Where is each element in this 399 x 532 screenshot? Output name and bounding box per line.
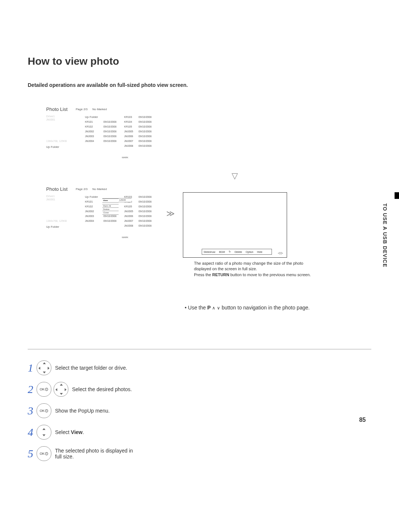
drive-label: Drive1 bbox=[46, 194, 55, 198]
photo-list-panel-bottom: Photo List Page 2/3 No Marked Drive1 JMJ… bbox=[46, 186, 164, 242]
right-arrow-icon: ≫ bbox=[166, 209, 175, 218]
list-item: KR105 bbox=[124, 204, 133, 209]
ok-button-icon: OK⊙ bbox=[37, 446, 51, 461]
date-item: 09/10/2008 bbox=[139, 115, 151, 119]
chevron-down-icon: ∨ bbox=[217, 305, 220, 311]
date-item: 09/10/2008 bbox=[139, 143, 151, 148]
list-item: JMJ008 bbox=[124, 143, 133, 148]
date-item: 09/10/2008 bbox=[139, 124, 151, 129]
list-item: JMJ006 bbox=[124, 134, 133, 139]
nav-button-icon bbox=[37, 360, 51, 375]
list-item: JMJ005 bbox=[124, 129, 133, 134]
step-number: 1 bbox=[28, 362, 37, 374]
up-folder-col: Up Folder bbox=[85, 194, 98, 199]
side-tab-icon bbox=[395, 192, 399, 199]
mark-label: MARK bbox=[122, 156, 128, 159]
date-item: 09/10/2008 bbox=[103, 124, 116, 129]
list-item: KR102 bbox=[85, 124, 98, 129]
resolution-label: 1366x768, 125KB bbox=[46, 220, 79, 222]
date-item: 09/10/2008 bbox=[139, 204, 151, 209]
list-item: JMJ003 bbox=[85, 214, 98, 218]
chevron-up-icon: ∧ bbox=[212, 305, 215, 311]
list-item: JMJ004 bbox=[85, 139, 98, 143]
step-2: 2 OK⊙ Select the desired photos. bbox=[28, 382, 371, 397]
date-item: 09/10/2008 bbox=[139, 139, 151, 143]
panel-marked: No Marked bbox=[92, 108, 107, 111]
fullview-nav-arrows: ◁ ▷ bbox=[278, 251, 283, 255]
panel-title: Photo List bbox=[46, 106, 68, 112]
step-number: 3 bbox=[28, 404, 37, 417]
date-item: 09/10/2008 bbox=[139, 129, 151, 134]
popup-item-view: View bbox=[102, 199, 119, 203]
step-text: Select View. bbox=[55, 429, 84, 435]
list-item: KR101 bbox=[85, 199, 98, 204]
step-4: 4 Select View. bbox=[28, 425, 371, 440]
list-item: JMJ007 bbox=[124, 139, 133, 143]
list-item: JMJ002 bbox=[85, 129, 98, 134]
jmj-label: JMJ001 bbox=[46, 198, 55, 201]
date-item: 09/10/2008 bbox=[103, 134, 116, 139]
list-item: JMJ005 bbox=[124, 209, 133, 214]
list-item: KR104 bbox=[124, 119, 133, 124]
step-text: The selected photo is displayed in full … bbox=[55, 448, 136, 460]
fullview-btn-slideshow: Slideshow bbox=[204, 251, 215, 253]
drive-label: Drive1 bbox=[46, 115, 55, 118]
date-item: 09/10/2008 bbox=[103, 129, 116, 134]
step-5: 5 OK⊙ The selected photo is displayed in… bbox=[28, 446, 371, 461]
subtitle: Detailed operations are available on ful… bbox=[28, 82, 371, 88]
date-item: 09/10/2008 bbox=[139, 119, 151, 124]
list-item: JMJ003 bbox=[85, 134, 98, 139]
fullview-btn-bgm: BGM bbox=[219, 251, 225, 253]
panel-page: Page 2/3 bbox=[76, 187, 88, 191]
panel-marked: No Marked bbox=[92, 187, 107, 191]
jmj-label: JMJ001 bbox=[46, 118, 55, 121]
fullview-btn-rotate: ↻ bbox=[229, 250, 231, 253]
down-arrow-icon: ▽ bbox=[98, 171, 371, 181]
list-item: KR101 bbox=[85, 119, 98, 124]
date-item: 09/10/2008 bbox=[139, 223, 151, 228]
date-item: 09/10/2008 bbox=[139, 134, 151, 139]
fullview-toolbar: Slideshow BGM ↻ Delete Option Hide bbox=[202, 249, 272, 255]
up-folder-left: Up Folder bbox=[46, 225, 79, 228]
note-line-1: The aspect ratio of a photo may change t… bbox=[194, 261, 316, 272]
photo-list-panel-top: Photo List Page 2/3 No Marked Drive1 JMJ… bbox=[46, 106, 164, 162]
date-item: 09/10/2008 bbox=[139, 199, 151, 204]
panel-title: Photo List bbox=[46, 186, 68, 192]
notes-block: The aspect ratio of a photo may change t… bbox=[194, 261, 316, 278]
step-text: Select the target folder or drive. bbox=[55, 365, 127, 371]
list-item: JMJ004 bbox=[85, 218, 98, 223]
page-number: 85 bbox=[359, 417, 366, 423]
navigation-tip: • Use the P ∧ ∨ button to navigation in … bbox=[185, 304, 318, 312]
list-item: JMJ008 bbox=[124, 223, 133, 228]
date-item: 09/10/2008 bbox=[103, 218, 116, 223]
list-item: KR103 bbox=[124, 115, 133, 119]
date-item: 09/10/2008 bbox=[103, 139, 116, 143]
popup-item-close: Close bbox=[102, 211, 119, 215]
step-3: 3 OK⊙ Show the PopUp menu. bbox=[28, 403, 371, 418]
list-item: JMJ007 bbox=[124, 218, 133, 223]
ok-button-icon: OK⊙ bbox=[37, 382, 51, 397]
up-folder-left: Up Folder bbox=[46, 145, 79, 149]
date-item: 09/10/2008 bbox=[139, 194, 151, 199]
divider bbox=[28, 349, 371, 349]
step-number: 4 bbox=[28, 426, 37, 438]
list-item: KR105 bbox=[124, 124, 133, 129]
date-item: 09/10/2008 bbox=[103, 119, 116, 124]
note-line-2: Press the RETURN button to move to the p… bbox=[194, 272, 316, 278]
date-item: 09/10/2008 bbox=[139, 214, 151, 218]
step-text: Select the desired photos. bbox=[72, 386, 132, 392]
mark-label: MARK bbox=[122, 236, 128, 238]
step-number: 2 bbox=[28, 383, 37, 396]
resolution-label: 1366x768, 125KB bbox=[46, 140, 79, 142]
list-item: JMJ002 bbox=[85, 209, 98, 214]
nav-button-icon bbox=[54, 382, 68, 397]
page-title: How to view photo bbox=[28, 55, 371, 67]
panel-page: Page 2/3 bbox=[76, 108, 88, 111]
fullview-btn-hide: Hide bbox=[257, 251, 262, 253]
up-folder-col: Up Folder bbox=[85, 115, 98, 119]
updown-button-icon bbox=[37, 425, 51, 440]
list-item: KR102 bbox=[85, 204, 98, 209]
step-1: 1 Select the target folder or drive. bbox=[28, 360, 371, 375]
fullview-btn-delete: Delete bbox=[235, 251, 242, 253]
ok-button-icon: OK⊙ bbox=[37, 403, 51, 418]
